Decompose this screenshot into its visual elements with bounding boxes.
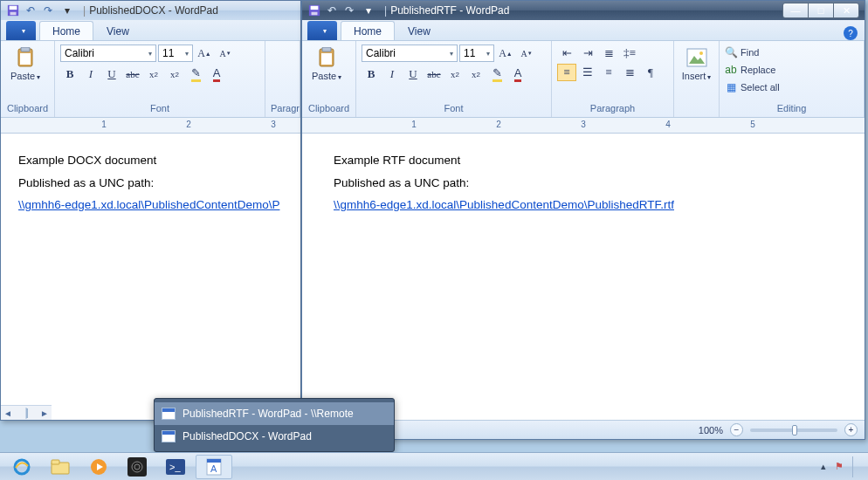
font-size-combo[interactable]: 11▾ [459, 45, 494, 62]
doc-hyperlink[interactable]: \\gmhh6-edge1.xd.local\PublishedContentD… [18, 198, 279, 211]
paste-label: Paste [10, 71, 40, 81]
tab-view[interactable]: View [395, 21, 444, 40]
tab-home[interactable]: Home [341, 21, 395, 40]
taskbar-ie-icon[interactable] [3, 455, 40, 479]
align-justify-button[interactable]: ≣ [620, 64, 639, 81]
ruler[interactable]: 1 2 3 [1, 118, 300, 134]
paste-button[interactable]: Paste [307, 45, 346, 81]
document-area[interactable]: Example DOCX document Published as a UNC… [1, 134, 300, 405]
paste-button[interactable]: Paste [6, 45, 45, 81]
zoom-slider-thumb[interactable] [792, 425, 797, 435]
svg-rect-2 [10, 12, 17, 16]
thumbnail-item[interactable]: PublishedRTF - WordPad - \\Remote [155, 402, 394, 425]
underline-button[interactable]: U [403, 65, 423, 83]
font-family-combo[interactable]: Calibri▾ [60, 45, 156, 62]
save-icon[interactable] [6, 3, 20, 17]
grow-font-button[interactable]: A▲ [195, 45, 214, 62]
tray-flag-icon[interactable]: ⚑ [835, 461, 844, 472]
italic-button[interactable]: I [382, 65, 402, 83]
font-color-button[interactable]: A [207, 65, 226, 83]
find-button[interactable]: 🔍Find [725, 45, 780, 60]
horizontal-scrollbar[interactable]: ◄ ► [1, 405, 52, 420]
font-size-combo[interactable]: 11▾ [158, 45, 193, 62]
shrink-font-button[interactable]: A▼ [216, 45, 235, 62]
undo-icon[interactable]: ↶ [325, 3, 339, 17]
doc-hyperlink[interactable]: \\gmhh6-edge1.xd.local\PublishedContentD… [334, 198, 674, 211]
line-spacing-button[interactable]: ‡≡ [620, 45, 639, 62]
subscript-button[interactable]: x2 [144, 65, 163, 83]
inc-indent-button[interactable]: ⇥ [578, 45, 597, 62]
redo-icon[interactable]: ↷ [41, 3, 55, 17]
scrollbar-thumb[interactable] [26, 408, 28, 418]
dec-indent-button[interactable]: ⇤ [557, 45, 576, 62]
highlight-button[interactable]: ✎ [186, 65, 205, 83]
bold-button[interactable]: B [60, 65, 79, 83]
superscript-button[interactable]: x2 [165, 65, 184, 83]
font-color-button[interactable]: A [508, 65, 527, 83]
maximize-button[interactable]: □ [808, 3, 834, 18]
redo-icon[interactable]: ↷ [342, 3, 356, 17]
align-right-button[interactable]: ≡ [599, 64, 618, 81]
close-button[interactable]: ✕ [833, 3, 859, 18]
zoom-out-button[interactable]: − [730, 423, 743, 436]
paragraph-dialog-button[interactable]: ¶ [641, 64, 660, 81]
titlebar[interactable]: ↶ ↷ ▾ | PublishedRTF - WordPad — □ ✕ [302, 1, 865, 20]
qat-dropdown-icon[interactable]: ▾ [60, 3, 74, 17]
bold-button[interactable]: B [362, 65, 381, 83]
group-label-font: Font [60, 103, 259, 115]
grow-font-button[interactable]: A▲ [496, 45, 515, 62]
strike-button[interactable]: abc [424, 65, 444, 83]
taskbar-powershell-icon[interactable]: >_ [157, 455, 194, 479]
zoom-percent: 100% [699, 425, 723, 435]
replace-button[interactable]: abReplace [725, 62, 780, 78]
doc-text-line: Published as a UNC path: [334, 172, 847, 195]
superscript-button[interactable]: x2 [466, 65, 486, 83]
document-area[interactable]: Example RTF document Published as a UNC … [302, 134, 865, 405]
taskbar-explorer-icon[interactable] [42, 455, 79, 479]
titlebar[interactable]: ↶ ↷ ▾ | PublishedDOCX - WordPad [1, 1, 300, 20]
tray-show-desktop[interactable] [852, 456, 859, 477]
replace-icon: ab [725, 64, 737, 76]
window-icon [162, 430, 176, 442]
scroll-right-arrow[interactable]: ► [38, 408, 52, 418]
tab-view[interactable]: View [93, 21, 142, 40]
ribbon-tab-row: Home View ? [302, 20, 865, 41]
tab-home[interactable]: Home [39, 21, 93, 40]
zoom-slider[interactable] [750, 429, 837, 432]
underline-button[interactable]: U [102, 65, 121, 83]
thumbnail-title: PublishedRTF - WordPad - \\Remote [183, 408, 354, 420]
taskbar-app-icon[interactable] [119, 455, 155, 479]
zoom-in-button[interactable]: + [844, 423, 858, 436]
clipboard-icon [13, 46, 38, 69]
scrollbar-track[interactable] [25, 408, 27, 419]
minimize-button[interactable]: — [782, 3, 809, 18]
shrink-font-button[interactable]: A▼ [517, 45, 536, 62]
thumbnail-item[interactable]: PublishedDOCX - WordPad [155, 425, 394, 448]
group-label-clipboard: Clipboard [6, 103, 49, 115]
svg-rect-1 [10, 6, 17, 10]
save-icon[interactable] [307, 3, 321, 17]
file-menu-button[interactable] [6, 21, 36, 40]
window-title: PublishedRTF - WordPad [390, 4, 509, 17]
italic-button[interactable]: I [81, 65, 100, 83]
highlight-button[interactable]: ✎ [487, 65, 506, 83]
bullets-button[interactable]: ≣ [599, 45, 618, 62]
file-menu-button[interactable] [307, 21, 337, 40]
select-all-button[interactable]: ▦Select all [725, 79, 780, 95]
font-family-combo[interactable]: Calibri▾ [362, 45, 458, 62]
tray-chevron-icon[interactable]: ▴ [821, 461, 826, 472]
scroll-left-arrow[interactable]: ◄ [1, 408, 15, 418]
taskbar-wordpad-icon[interactable]: A [196, 455, 232, 479]
ruler[interactable]: 1 2 3 4 5 [302, 118, 865, 134]
align-center-button[interactable]: ☰ [578, 64, 597, 81]
strike-button[interactable]: abc [123, 65, 142, 83]
qat-dropdown-icon[interactable]: ▾ [362, 3, 375, 17]
help-button[interactable]: ? [844, 26, 858, 40]
undo-icon[interactable]: ↶ [24, 3, 38, 17]
svg-point-14 [699, 51, 703, 55]
align-left-button[interactable]: ≡ [557, 64, 576, 81]
insert-button[interactable]: Insert [679, 45, 713, 81]
taskbar-media-player-icon[interactable] [80, 455, 117, 479]
ribbon-tab-row: Home View [1, 20, 300, 41]
subscript-button[interactable]: x2 [445, 65, 465, 83]
